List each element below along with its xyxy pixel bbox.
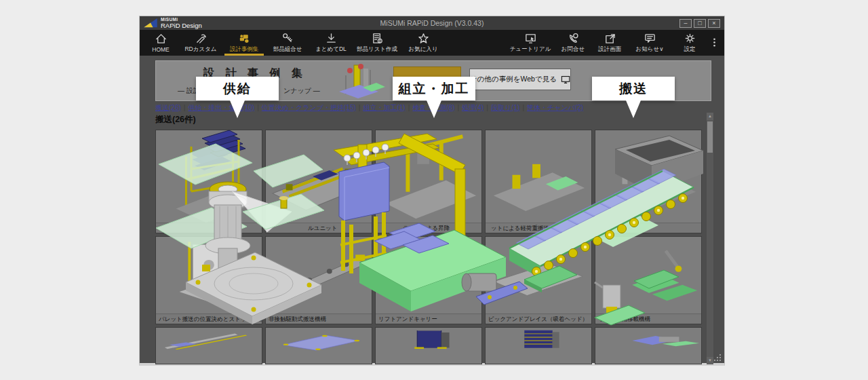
nav-item-設計画面[interactable]: 設計画面	[591, 30, 628, 56]
category-link-2[interactable]: 位置決め・クランプ・把持(15)	[262, 104, 356, 111]
nav-item-more-icon[interactable]	[708, 30, 720, 56]
link-separator: |	[457, 104, 459, 111]
example-thumbnail	[156, 237, 262, 314]
example-thumbnail	[266, 130, 372, 223]
link-separator: |	[408, 104, 410, 111]
parts-icon	[281, 32, 294, 45]
main-toolbar: HOMERDカスタム設計事例集部品組合せまとめてDL部品リスト作成お気に入り チ…	[140, 30, 724, 56]
example-caption: ラインによる昇降	[376, 223, 481, 233]
star-icon	[417, 32, 430, 45]
design-screen-icon	[604, 32, 616, 45]
example-caption: ルユニット	[266, 223, 372, 233]
nav-item-RDカスタム[interactable]: RDカスタム	[179, 30, 222, 56]
app-logo-text: MiSUMi RAPiD Design	[161, 18, 202, 28]
example-caption: ットによる軽荷重搬送	[486, 223, 591, 233]
example-item-r3c1[interactable]	[155, 327, 262, 364]
nav-label: お気に入り	[408, 45, 437, 54]
desktop: MiSUMi RAPiD Design MiSUMi RAPiD Design …	[0, 0, 868, 380]
callout-assembly: 組立・加工	[393, 77, 475, 100]
banner-machine-image	[326, 62, 390, 101]
nav-item-お気に入り[interactable]: お気に入り	[401, 30, 445, 56]
category-link-5[interactable]: 処理(4)	[462, 104, 484, 111]
nav-item-お知らせ∨[interactable]: お知らせ∨	[628, 30, 671, 56]
example-caption	[156, 223, 262, 233]
nav-label: まとめてDL	[315, 45, 347, 54]
example-thumbnail	[486, 328, 591, 354]
example-thumbnail	[486, 237, 591, 314]
contact-icon	[567, 32, 580, 45]
example-item-r2c5[interactable]: ワーク自転移載機構	[595, 236, 702, 324]
titlebar: MiSUMi RAPiD Design MiSUMi RAPiD Design …	[140, 16, 724, 30]
example-item-r1c4[interactable]: ットによる軽荷重搬送	[485, 130, 592, 233]
monitor-icon	[561, 75, 570, 85]
maximize-button[interactable]: □	[694, 19, 706, 28]
example-thumbnail	[266, 328, 372, 354]
callout-transport: 搬送	[592, 77, 675, 100]
toolbar-left-group: HOMERDカスタム設計事例集部品組合せまとめてDL部品リスト作成お気に入り	[142, 30, 445, 56]
misumi-logo-icon	[143, 18, 158, 28]
download-icon	[325, 32, 338, 45]
close-button[interactable]: ×	[708, 19, 720, 28]
view-on-web-label: その他の事例をWebで見る	[470, 75, 557, 84]
example-thumbnail	[266, 237, 372, 314]
callout-assembly-label: 組立・加工	[399, 80, 470, 98]
example-item-r1c2[interactable]: ルユニット	[265, 130, 372, 233]
callout-supply-label: 供給	[223, 80, 252, 98]
example-item-r1c5[interactable]	[595, 130, 702, 233]
example-thumbnail	[486, 130, 591, 223]
example-caption: リフトアンドキャリー	[376, 314, 481, 324]
nav-label: お知らせ∨	[636, 45, 664, 54]
scroll-up-arrow[interactable]: ▲	[707, 113, 713, 120]
more-icon	[708, 36, 721, 49]
link-separator: |	[184, 104, 186, 111]
nav-item-HOME[interactable]: HOME	[142, 30, 179, 56]
example-caption: 非接触駆動式搬送機構	[266, 314, 372, 324]
link-separator: |	[257, 104, 259, 111]
nav-item-設定[interactable]: 設定	[671, 30, 708, 56]
category-link-6[interactable]: 段取り(1)	[491, 104, 519, 111]
nav-item-お問合せ[interactable]: お問合せ	[555, 30, 591, 56]
example-thumbnail	[376, 130, 481, 223]
example-thumbnail	[595, 130, 701, 223]
example-item-r1c3[interactable]: ラインによる昇降	[375, 130, 482, 233]
example-item-r3c2[interactable]	[265, 327, 372, 364]
nav-label: 設計事例集	[230, 45, 259, 54]
category-link-7[interactable]: 筐体・チャンバ(2)	[527, 104, 583, 111]
home-icon	[155, 33, 167, 45]
example-item-r2c1[interactable]: パレット搬送の位置決めとストッパー機構	[155, 236, 262, 324]
example-item-r2c3[interactable]: リフトアンドキャリー	[375, 236, 482, 324]
resize-grip[interactable]	[713, 354, 722, 362]
category-link-0[interactable]: 搬送(26)	[155, 104, 181, 111]
tools-icon	[195, 32, 208, 45]
nav-item-部品組合せ[interactable]: 部品組合せ	[266, 30, 309, 56]
example-item-r3c5[interactable]	[595, 327, 702, 364]
example-caption	[595, 223, 701, 233]
example-item-r1c1[interactable]	[155, 130, 262, 233]
view-on-web-button[interactable]: その他の事例をWebで見る	[469, 69, 571, 90]
example-thumbnail	[156, 328, 262, 354]
example-caption: パレット搬送の位置決めとストッパー機構	[156, 314, 262, 324]
example-item-r3c4[interactable]	[485, 327, 592, 364]
example-item-r2c2[interactable]: 非接触駆動式搬送機構	[265, 236, 372, 324]
nav-item-まとめてDL[interactable]: まとめてDL	[309, 30, 353, 56]
nav-label: RDカスタム	[184, 45, 216, 54]
callout-supply: 供給	[196, 77, 279, 100]
gear-icon	[684, 32, 696, 45]
vertical-scrollbar[interactable]: ▲ ▼	[707, 113, 713, 364]
link-separator: |	[486, 104, 488, 111]
scrollbar-thumb[interactable]	[707, 121, 713, 153]
example-item-r2c4[interactable]: ピックアンドプレイス（吸着ヘッド）	[485, 236, 592, 324]
category-link-3[interactable]: 組立・加工(1)	[363, 104, 405, 111]
example-grid: ルユニットラインによる昇降ットによる軽荷重搬送パレット搬送の位置決めとストッパー…	[155, 130, 705, 364]
scroll-down-arrow[interactable]: ▼	[707, 357, 713, 364]
nav-item-部品リスト作成[interactable]: 部品リスト作成	[353, 30, 401, 56]
nav-label: 設計画面	[598, 45, 621, 54]
window-controls: – □ ×	[679, 19, 724, 28]
nav-item-チュートリアル[interactable]: チュートリアル	[506, 30, 555, 56]
nav-item-設計事例集[interactable]: 設計事例集	[222, 30, 266, 56]
example-item-r3c3[interactable]	[375, 327, 482, 364]
example-thumbnail	[156, 130, 262, 223]
nav-label: 設定	[684, 45, 696, 54]
minimize-button[interactable]: –	[679, 19, 692, 28]
section-heading: 搬送(26件)	[155, 114, 196, 126]
